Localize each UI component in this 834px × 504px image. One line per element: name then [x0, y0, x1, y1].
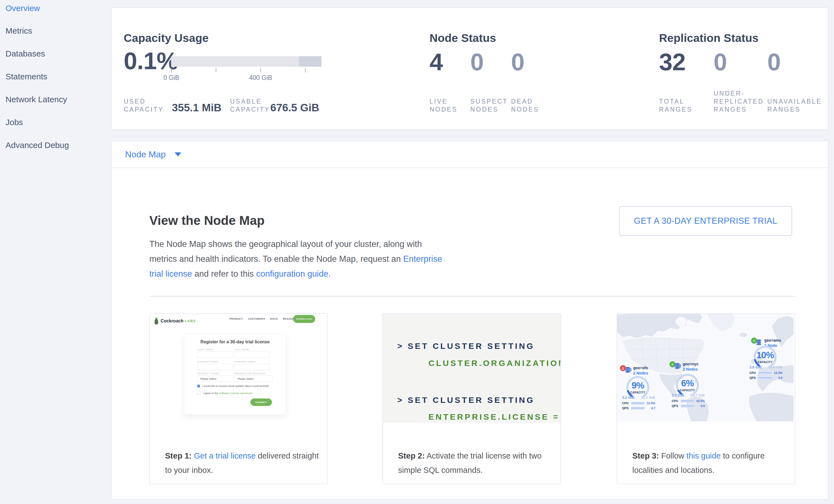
nav-docs[interactable]: DOCS	[270, 317, 278, 320]
email-updates-checkbox[interactable]: ✓	[197, 385, 200, 388]
live-nodes-value: 4	[430, 50, 443, 74]
step2-caption-text: Activate the trial license with two	[425, 452, 542, 460]
license-agreement-checkbox[interactable]	[197, 391, 201, 395]
license-agreement-label: I agree to the Software License Agreemen…	[203, 392, 253, 395]
locality-nodes: 2 Nodes	[683, 367, 698, 371]
step1-caption: Step 1: Get a trial license delivered st…	[165, 448, 319, 477]
sidebar-item-statements[interactable]: Statements	[5, 68, 47, 85]
cpu-sparkline	[631, 402, 644, 405]
sidebar-item-jobs[interactable]: Jobs	[5, 114, 23, 131]
description-text: and refer to this	[192, 269, 256, 279]
sidebar-item-databases[interactable]: Databases	[5, 45, 45, 62]
nodes-stack-icon	[625, 367, 632, 373]
last-name-label: LAST NAME	[235, 348, 249, 351]
node-map-preview: 1 geo=sfo 2 Nodes 9% CAPACITY 3.2 GiB	[617, 314, 793, 422]
cpu-sparkline	[681, 399, 694, 402]
nodes-stack-icon	[675, 363, 682, 370]
step3-caption-text: localities and locations.	[632, 466, 715, 475]
capacity-values: 3.2 GiB 35.1 GiB	[622, 395, 655, 399]
project-phase-label: PROJECT PHASE	[197, 372, 219, 375]
section-divider	[149, 296, 795, 297]
cpu-label: CPU	[672, 399, 678, 402]
under-replicated-ranges-value: 0	[714, 50, 727, 74]
get-trial-license-link[interactable]: Get a trial license	[194, 452, 256, 460]
company-name-input[interactable]	[197, 364, 233, 370]
chevron-down-icon	[175, 152, 181, 156]
sidebar-item-metrics[interactable]: Metrics	[5, 23, 32, 39]
unavailable-ranges-value: 0	[767, 50, 781, 74]
node-map-panel: Node Map View the Node Map The Node Map …	[111, 140, 829, 500]
qps-meter: QPS 4.7	[622, 407, 655, 410]
nav-customers[interactable]: CUSTOMERS	[248, 317, 265, 320]
step3-caption-text: to configure	[721, 452, 765, 460]
step3-label: Step 3:	[632, 452, 659, 460]
sql-commands-figure: > SET CLUSTER SETTING CLUSTER.ORGANIZATI…	[383, 314, 561, 423]
node-map-view-selector[interactable]: Node Map	[112, 141, 828, 168]
qps-label: QPS	[622, 407, 629, 410]
company-email-input[interactable]	[235, 364, 270, 370]
view-node-map-heading: View the Node Map	[149, 213, 264, 228]
software-license-agreement-link[interactable]: Software License Agreement.	[219, 392, 253, 395]
qps-label: QPS	[672, 404, 678, 408]
download-button[interactable]: DOWNLOAD	[293, 315, 315, 323]
qps-label: QPS	[749, 376, 756, 379]
sql-setting-2: ENTERPRISE.LICENSE =	[429, 412, 559, 422]
cpu-sparkline	[759, 371, 772, 374]
total-gib: 35.1 GiB	[641, 395, 655, 399]
step1-card: Cockroach LABS PRODUCT CUSTOMERS DOCS RE…	[149, 313, 328, 484]
qps-sparkline	[631, 407, 644, 410]
license-agreement-checkbox-row: I agree to the Software License Agreemen…	[197, 391, 277, 395]
enterprise-trial-license-link[interactable]: trial license	[149, 269, 192, 279]
qps-sparkline	[759, 376, 772, 379]
total-ranges-value: 32	[659, 50, 685, 74]
enterprise-trial-license-link[interactable]: Enterprise	[403, 254, 442, 264]
capacity-tick	[216, 68, 216, 72]
total-gib: 65.7 GiB	[690, 393, 705, 397]
form-title: Register for a 30-day trial license	[184, 339, 286, 345]
sidebar-item-network-latency[interactable]: Network Latency	[5, 91, 67, 108]
capacity-bar	[171, 56, 322, 67]
usable-capacity-value: 676.5 GiB	[270, 102, 319, 114]
first-name-input[interactable]	[197, 352, 233, 358]
qps-meter: QPS 0.0	[749, 376, 783, 380]
sidebar: Overview Metrics Databases Statements Ne…	[0, 0, 111, 504]
last-name-input[interactable]	[235, 352, 270, 358]
capacity-percent: 10%	[753, 350, 777, 360]
trial-license-form: Register for a 30-day trial license FIRS…	[184, 334, 286, 415]
capacity-percent: 0.1%	[124, 49, 178, 73]
capacity-tick	[260, 68, 261, 72]
used-capacity-value: 355.1 MiB	[172, 102, 221, 114]
capacity-values: 3.6 GiB 34.4 GiB	[749, 365, 783, 369]
replication-status-section: Replication Status 32 0 0 TOTAL RANGES U…	[659, 8, 825, 130]
reason-for-interest-select[interactable]: Please Select	[235, 376, 272, 382]
capacity-label: CAPACITY	[676, 389, 699, 392]
under-replicated-ranges-label: UNDER-REPLICATED RANGES	[714, 90, 761, 113]
this-guide-link[interactable]: this guide	[687, 452, 721, 460]
sidebar-item-overview[interactable]: Overview	[5, 0, 40, 17]
nav-product[interactable]: PRODUCT	[229, 317, 243, 320]
nodes-stack-icon	[756, 339, 763, 346]
qps-value: 0.0	[701, 404, 705, 408]
live-nodes-label: LIVE NODES	[430, 97, 460, 113]
capacity-usage-section: Capacity Usage 0.1% 0 GiB 400 GiB USED C…	[124, 8, 338, 130]
submit-button[interactable]: SUBMIT	[250, 398, 272, 406]
locality-name: geo=nyc	[683, 362, 699, 366]
description-text: The Node Map shows the geographical layo…	[149, 239, 422, 249]
configuration-guide-link[interactable]: configuration guide	[256, 269, 328, 279]
step3-caption-text: Follow	[659, 452, 687, 460]
total-ranges-label: TOTAL RANGES	[659, 97, 698, 113]
company-email-label: COMPANY EMAIL	[235, 360, 256, 363]
sql-prompt-2: > SET CLUSTER SETTING	[397, 395, 535, 405]
sidebar-item-advanced-debug[interactable]: Advanced Debug	[5, 137, 69, 153]
get-enterprise-trial-button[interactable]: GET A 30-DAY ENTERPRISE TRIAL	[619, 206, 792, 236]
company-name-label: COMPANY NAME	[197, 360, 219, 363]
step1-caption-text: delivered straight	[256, 452, 319, 460]
cpu-value: 12.3%	[774, 371, 783, 374]
cockroach-logo-labs: LABS	[185, 319, 196, 323]
qps-value: 4.7	[651, 407, 655, 410]
project-phase-select[interactable]: Please Select	[197, 376, 235, 382]
suspect-nodes-label: SUSPECT NODES	[470, 97, 507, 113]
cpu-value: 42.5%	[696, 399, 705, 402]
dead-nodes-label: DEAD NODES	[511, 97, 542, 113]
step2-caption: Step 2: Activate the trial license with …	[398, 448, 552, 477]
